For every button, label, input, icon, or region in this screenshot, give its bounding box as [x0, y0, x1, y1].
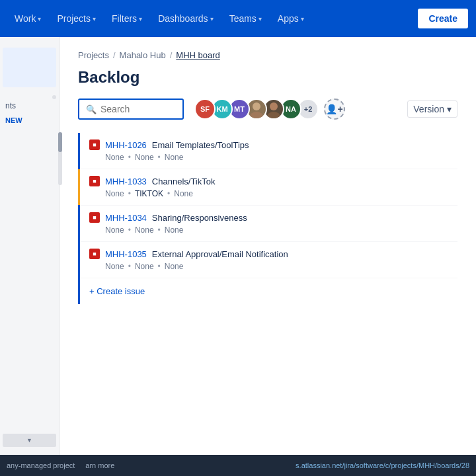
search-box[interactable]: 🔍	[78, 99, 184, 120]
svg-point-0	[253, 102, 260, 110]
issue-type-icon: ■	[89, 212, 100, 223]
nav-item-work[interactable]: Work ▾	[8, 9, 48, 28]
issue-meta: None • None • None	[105, 153, 448, 162]
avatar-group: SF KM MT NA +2 👤+	[194, 99, 345, 120]
chevron-down-icon: ▾	[93, 15, 96, 22]
issue-title: Email Templates/ToolTips	[152, 140, 249, 150]
issue-type-icon: ■	[89, 176, 100, 186]
search-icon: 🔍	[86, 104, 97, 114]
create-button[interactable]: Create	[418, 9, 468, 28]
version-dropdown[interactable]: Version ▾	[407, 100, 457, 118]
avatar-sf[interactable]: SF	[194, 99, 216, 120]
sidebar-item-new: NEW	[0, 114, 59, 127]
navbar: Work ▾ Projects ▾ Filters ▾ Dashboards ▾…	[0, 0, 476, 37]
nav-item-teams[interactable]: Teams ▾	[223, 9, 268, 28]
search-input[interactable]	[100, 104, 176, 114]
priority-indicator	[78, 169, 80, 205]
sidebar-item-nts[interactable]: nts	[0, 98, 59, 114]
nav-item-dashboards[interactable]: Dashboards ▾	[151, 9, 220, 28]
collapse-icon[interactable]: ▼	[26, 437, 32, 444]
issue-type-icon: ■	[89, 139, 100, 150]
chevron-down-icon: ▾	[301, 15, 304, 22]
nav-item-filters[interactable]: Filters ▾	[105, 9, 149, 28]
issue-id: MHH-1033	[105, 177, 147, 186]
issue-id: MHH-1035	[105, 249, 147, 259]
svg-point-2	[270, 102, 278, 110]
table-row[interactable]: ■ MHH-1026 Email Templates/ToolTips None…	[80, 133, 457, 169]
priority-indicator	[78, 242, 80, 278]
priority-indicator	[78, 133, 80, 169]
toolbar: 🔍 SF KM MT NA +2 👤+ Version ▾	[78, 99, 457, 120]
issue-id: MHH-1034	[105, 213, 147, 223]
sidebar: nts NEW ▼	[0, 37, 60, 455]
issue-title: Channels/TikTok	[152, 177, 216, 186]
nav-item-projects[interactable]: Projects ▾	[50, 9, 102, 28]
backlog-list: ■ MHH-1026 Email Templates/ToolTips None…	[78, 133, 457, 304]
managed-text: any-managed project	[7, 461, 75, 469]
issue-id: MHH-1026	[105, 140, 147, 150]
priority-indicator	[78, 206, 80, 241]
breadcrumb-hub[interactable]: Mahalo Hub	[120, 50, 166, 60]
issue-meta: None • None • None	[105, 225, 448, 235]
svg-point-3	[267, 112, 280, 118]
svg-point-1	[250, 112, 263, 118]
issue-meta: None • None • None	[105, 262, 448, 271]
table-row[interactable]: ■ MHH-1035 External Approval/Email Notif…	[80, 242, 457, 278]
breadcrumb: Projects / Mahalo Hub / MHH board	[78, 50, 457, 60]
breadcrumb-board[interactable]: MHH board	[176, 50, 219, 60]
main-content: Projects / Mahalo Hub / MHH board Backlo…	[60, 37, 476, 455]
page-title: Backlog	[78, 68, 457, 87]
issue-meta: None • TIKTOK • None	[105, 189, 448, 198]
issue-title: External Approval/Email Notification	[152, 249, 288, 259]
chevron-down-icon: ▾	[447, 104, 452, 114]
table-row[interactable]: ■ MHH-1033 Channels/TikTok None • TIKTOK…	[80, 169, 457, 206]
avatar-add[interactable]: 👤+	[324, 99, 345, 120]
scroll-indicator	[58, 132, 62, 185]
url-bar: s.atlassian.net/jira/software/c/projects…	[296, 461, 469, 469]
chevron-down-icon: ▾	[258, 15, 262, 22]
learn-more-link[interactable]: arn more	[85, 461, 114, 469]
issue-title: Sharing/Responsiveness	[152, 213, 247, 223]
chevron-down-icon: ▾	[139, 15, 142, 22]
issue-type-icon: ■	[89, 249, 100, 259]
create-issue-button[interactable]: + Create issue	[80, 278, 457, 304]
bottom-bar: any-managed project arn more s.atlassian…	[0, 455, 476, 476]
table-row[interactable]: ■ MHH-1034 Sharing/Responsiveness None •…	[80, 206, 457, 242]
breadcrumb-projects[interactable]: Projects	[78, 50, 109, 60]
chevron-down-icon: ▾	[38, 15, 41, 22]
chevron-down-icon: ▾	[210, 15, 214, 22]
nav-item-apps[interactable]: Apps ▾	[271, 9, 311, 28]
